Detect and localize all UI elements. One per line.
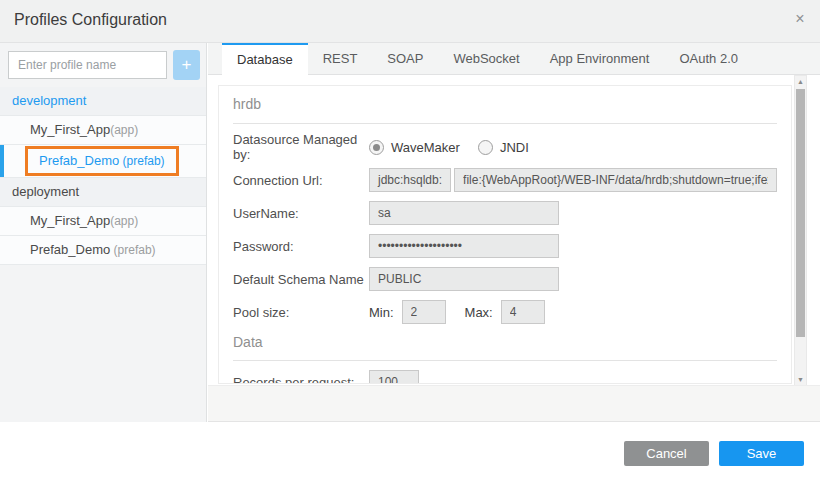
close-icon[interactable]: × xyxy=(790,9,810,29)
profile-name: Prefab_Demo xyxy=(30,242,110,257)
scrollbar-thumb[interactable] xyxy=(796,89,805,337)
profile-type-suffix: (app) xyxy=(110,123,138,137)
password-label: Password: xyxy=(233,239,369,254)
pool-size-label: Pool size: xyxy=(233,305,369,320)
schema-label: Default Schema Name xyxy=(233,272,369,287)
selected-indicator-bar xyxy=(0,145,4,177)
pool-size-row: Pool size: Min: Max: xyxy=(233,300,777,324)
records-input[interactable] xyxy=(369,370,419,384)
profile-name: Prefab_Demo xyxy=(39,153,119,168)
connection-url-label: Connection Url: xyxy=(233,173,369,188)
orange-highlight-box: Prefab_Demo (prefab) xyxy=(25,146,179,176)
vertical-scrollbar[interactable]: ▲ ▼ xyxy=(794,75,807,386)
sidebar-item-my-first-app-dev[interactable]: My_First_App(app) xyxy=(0,116,206,145)
pool-max-label: Max: xyxy=(465,305,493,320)
pool-min-input[interactable] xyxy=(402,300,446,324)
radio-jndi[interactable] xyxy=(478,140,493,155)
tab-rest[interactable]: REST xyxy=(308,43,373,74)
database-config-card: hrdb Datasource Managed by: WaveMaker JN… xyxy=(218,85,792,384)
username-row: UserName: xyxy=(233,201,777,225)
save-button[interactable]: Save xyxy=(719,441,804,466)
records-row: Records per request: xyxy=(233,370,777,384)
page-title: Profiles Configuration xyxy=(14,11,167,29)
radio-wavemaker-label: WaveMaker xyxy=(391,140,460,155)
datasource-row: Datasource Managed by: WaveMaker JNDI xyxy=(233,135,777,159)
sidebar-item-my-first-app-deploy[interactable]: My_First_App(app) xyxy=(0,207,206,236)
tab-oauth[interactable]: OAuth 2.0 xyxy=(664,43,753,74)
username-input[interactable] xyxy=(369,201,559,225)
profile-type-suffix: (prefab) xyxy=(119,154,164,168)
pool-max-input[interactable] xyxy=(501,300,545,324)
section-title-data: Data xyxy=(233,326,777,361)
scroll-down-icon[interactable]: ▼ xyxy=(795,376,806,383)
profile-name: My_First_App xyxy=(30,122,110,137)
scroll-up-icon[interactable]: ▲ xyxy=(795,78,806,85)
sidebar-item-prefab-demo-deploy[interactable]: Prefab_Demo (prefab) xyxy=(0,236,206,265)
schema-input[interactable] xyxy=(369,267,559,291)
content-bottom-panel xyxy=(208,385,820,422)
add-profile-button[interactable]: + xyxy=(173,50,200,80)
jdbc-prefix: jdbc:hsqldb: xyxy=(369,168,451,192)
group-label: development xyxy=(12,93,86,108)
datasource-label: Datasource Managed by: xyxy=(233,132,369,162)
tab-soap[interactable]: SOAP xyxy=(372,43,438,74)
cancel-button[interactable]: Cancel xyxy=(624,441,709,466)
section-title-hrdb: hrdb xyxy=(233,86,777,124)
radio-jndi-label: JNDI xyxy=(500,140,529,155)
connection-url-row: Connection Url: jdbc:hsqldb: xyxy=(233,168,777,192)
tab-websocket[interactable]: WebSocket xyxy=(438,43,534,74)
profile-name: My_First_App xyxy=(30,213,110,228)
tab-database[interactable]: Database xyxy=(222,43,308,75)
profile-name-input[interactable] xyxy=(8,51,167,79)
sidebar-item-deployment[interactable]: deployment xyxy=(0,178,206,207)
pool-min-label: Min: xyxy=(369,305,394,320)
dialog-header: Profiles Configuration × xyxy=(0,0,820,43)
profile-type-suffix: (prefab) xyxy=(110,243,155,257)
tab-app-environment[interactable]: App Environment xyxy=(535,43,665,74)
password-row: Password: xyxy=(233,234,777,258)
sidebar-item-development[interactable]: development xyxy=(0,87,206,116)
group-label: deployment xyxy=(12,184,79,199)
schema-row: Default Schema Name xyxy=(233,267,777,291)
username-label: UserName: xyxy=(233,206,369,221)
radio-wavemaker[interactable] xyxy=(369,140,384,155)
profile-list: development My_First_App(app) Prefab_Dem… xyxy=(0,87,206,265)
password-input[interactable] xyxy=(369,234,559,258)
records-label: Records per request: xyxy=(233,375,369,385)
settings-tabbar: Database REST SOAP WebSocket App Environ… xyxy=(208,43,820,75)
profiles-sidebar: + development My_First_App(app) Prefab_D… xyxy=(0,43,207,422)
profile-add-row: + xyxy=(0,43,206,86)
profile-type-suffix: (app) xyxy=(110,214,138,228)
connection-url-input[interactable] xyxy=(454,168,777,192)
sidebar-item-prefab-demo-dev[interactable]: Prefab_Demo (prefab) xyxy=(0,145,206,178)
